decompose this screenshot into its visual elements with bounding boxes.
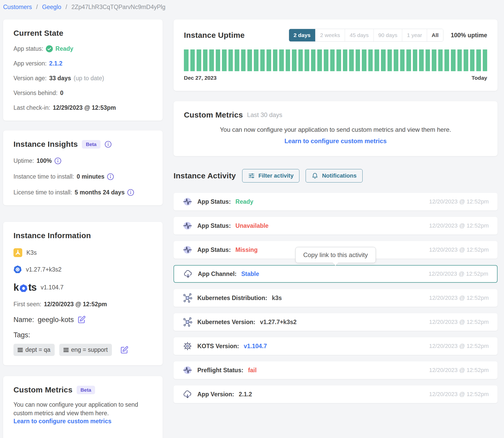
uptime-bar[interactable] [216, 49, 220, 71]
uptime-bar[interactable] [330, 49, 335, 71]
uptime-bar[interactable] [394, 49, 398, 71]
right-column: Instance Uptime 2 days 2 weeks 45 days 9… [174, 19, 498, 410]
last-checkin-label: Last check-in: [13, 104, 50, 111]
version-age-label: Version age: [13, 75, 47, 82]
last-checkin-value: 12/29/2023 @ 12:53pm [53, 104, 116, 111]
notifications-button[interactable]: Notifications [306, 169, 362, 182]
configure-custom-metrics-link[interactable]: Learn to configure custom metrics [284, 137, 387, 145]
uptime-bar[interactable] [406, 49, 411, 71]
activity-row-label: Kubernetes Distribution: [197, 295, 267, 302]
kubernetes-version-row: v1.27.7+k3s2 [13, 265, 152, 274]
uptime-bar[interactable] [387, 49, 392, 71]
uptime-bar[interactable] [432, 49, 436, 71]
uptime-bar[interactable] [286, 49, 290, 71]
activity-row-selected[interactable]: Copy link to this activity App Channel: … [174, 265, 498, 283]
uptime-bar[interactable] [400, 49, 405, 71]
uptime-summary: 100% uptime [451, 32, 487, 39]
configure-custom-metrics-link[interactable]: Learn to configure custom metrics [13, 418, 111, 425]
activity-row[interactable]: Preflight Status: fail 12/20/2023 @ 12:5… [174, 361, 498, 379]
uptime-bar[interactable] [292, 49, 297, 71]
breadcrumb-customer-link[interactable]: Geeglo [42, 4, 61, 10]
info-icon[interactable] [54, 157, 61, 164]
period-tab-2-days[interactable]: 2 days [289, 29, 315, 41]
filter-activity-button[interactable]: Filter activity [242, 169, 300, 182]
uptime-bar[interactable] [419, 49, 424, 71]
uptime-bar[interactable] [273, 49, 278, 71]
uptime-bar[interactable] [426, 49, 430, 71]
uptime-bar[interactable] [317, 49, 322, 71]
uptime-bar[interactable] [197, 49, 201, 71]
uptime-bar[interactable] [267, 49, 271, 71]
uptime-bar[interactable] [464, 49, 468, 71]
uptime-bar[interactable] [324, 49, 328, 71]
uptime-bar[interactable] [451, 49, 456, 71]
activity-row-value: fail [248, 367, 257, 374]
uptime-bar[interactable] [279, 49, 284, 71]
uptime-bar[interactable] [444, 49, 449, 71]
uptime-bar[interactable] [228, 49, 233, 71]
kots-logo-ts: ts [28, 282, 37, 293]
activity-row[interactable]: App Version: 2.1.2 12/20/2023 @ 12:52pm [174, 385, 498, 403]
activity-row-label: App Status: [197, 246, 231, 253]
uptime-bar[interactable] [362, 49, 366, 71]
uptime-bar[interactable] [381, 49, 386, 71]
tag-chip: dept = qa [13, 344, 55, 356]
uptime-bar[interactable] [247, 49, 252, 71]
bell-icon [312, 172, 318, 179]
uptime-bar[interactable] [311, 49, 316, 71]
uptime-bar[interactable] [438, 49, 443, 71]
custom-metrics-right-card: Custom Metrics Last 30 days You can now … [174, 101, 498, 156]
copy-link-tooltip[interactable]: Copy link to this activity [295, 247, 376, 263]
activity-row-value: v1.104.7 [244, 343, 267, 350]
uptime-bar[interactable] [483, 49, 487, 71]
uptime-bar[interactable] [184, 49, 189, 71]
activity-row-timestamp: 12/20/2023 @ 12:52pm [429, 367, 489, 374]
check-circle-icon [46, 45, 53, 52]
uptime-bar[interactable] [476, 49, 481, 71]
uptime-bar[interactable] [343, 49, 348, 71]
uptime-bar[interactable] [349, 49, 354, 71]
breadcrumb-customers-link[interactable]: Customers [3, 4, 32, 10]
activity-row[interactable]: App Status: Unavailable 12/20/2023 @ 12:… [174, 217, 498, 235]
uptime-bar[interactable] [305, 49, 309, 71]
uptime-bar[interactable] [241, 49, 246, 71]
period-tab-1-year[interactable]: 1 year [402, 29, 427, 41]
activity-row[interactable]: App Status: Ready 12/20/2023 @ 12:52pm [174, 193, 498, 210]
uptime-bar[interactable] [356, 49, 360, 71]
uptime-bar[interactable] [298, 49, 303, 71]
pulse-icon [182, 196, 193, 207]
activity-row-timestamp: 12/20/2023 @ 12:52pm [429, 222, 489, 229]
beta-badge: Beta [82, 140, 100, 149]
activity-row[interactable]: Kubernetes Distribution: k3s 12/20/2023 … [174, 289, 498, 307]
app-version-link[interactable]: 2.1.2 [49, 60, 62, 67]
uptime-bar[interactable] [470, 49, 475, 71]
uptime-bar[interactable] [375, 49, 379, 71]
activity-row[interactable]: KOTS Version: v1.104.7 12/20/2023 @ 12:5… [174, 337, 498, 355]
info-icon[interactable] [107, 173, 114, 180]
uptime-bar[interactable] [203, 49, 208, 71]
uptime-bar[interactable] [260, 49, 265, 71]
tag-lines-icon [18, 348, 23, 352]
uptime-bar[interactable] [254, 49, 258, 71]
uptime-bar[interactable] [336, 49, 341, 71]
uptime-bar[interactable] [235, 49, 239, 71]
period-tab-all[interactable]: All [427, 29, 443, 41]
period-tab-90-days[interactable]: 90 days [373, 29, 402, 41]
info-icon[interactable] [105, 141, 112, 148]
instance-insights-card: Instance Insights Beta Uptime: 100% Inst… [3, 130, 163, 205]
uptime-bar[interactable] [209, 49, 214, 71]
edit-name-icon[interactable] [77, 316, 86, 324]
uptime-bar[interactable] [368, 49, 373, 71]
uptime-bar[interactable] [457, 49, 462, 71]
activity-row[interactable]: Kubernetes Version: v1.27.7+k3s2 12/20/2… [174, 313, 498, 331]
edit-tags-icon[interactable] [120, 346, 128, 354]
instance-uptime-title: Instance Uptime [184, 31, 245, 40]
uptime-bar[interactable] [413, 49, 417, 71]
instance-tti-value: 0 minutes [77, 173, 104, 180]
period-tab-2-weeks[interactable]: 2 weeks [315, 29, 345, 41]
custom-metrics-left-title: Custom Metrics [13, 385, 73, 394]
uptime-bar[interactable] [190, 49, 195, 71]
info-icon[interactable] [127, 189, 134, 196]
period-tab-45-days[interactable]: 45 days [345, 29, 373, 41]
uptime-bar[interactable] [222, 49, 227, 71]
